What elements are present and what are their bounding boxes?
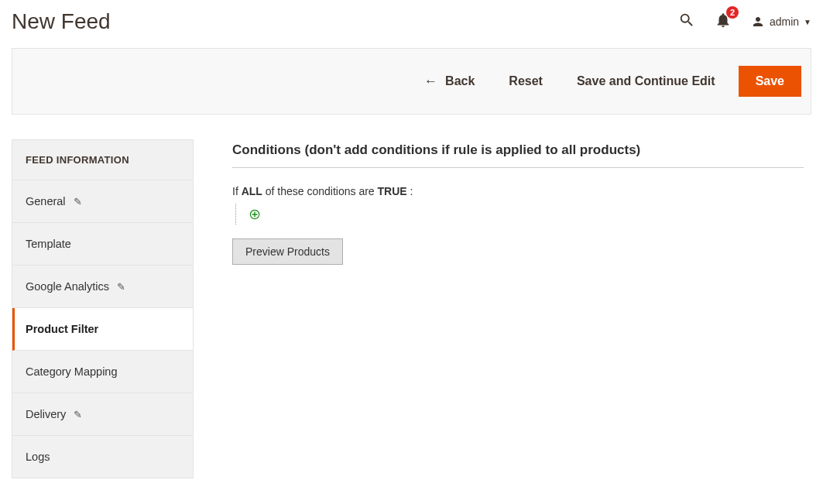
preview-products-button[interactable]: Preview Products	[232, 238, 343, 265]
caret-down-icon: ▼	[804, 18, 811, 26]
sidebar-item-label: Delivery	[26, 408, 66, 420]
back-label: Back	[445, 74, 475, 88]
sidebar-item-label: Google Analytics	[26, 280, 109, 293]
save-continue-button[interactable]: Save and Continue Edit	[560, 67, 732, 96]
save-button[interactable]: Save	[739, 66, 801, 97]
notification-badge: 2	[726, 6, 739, 19]
search-icon[interactable]	[678, 12, 695, 32]
arrow-left-icon: ←	[424, 74, 437, 89]
admin-user-menu[interactable]: admin ▼	[751, 15, 811, 29]
sidebar-item-label: Product Filter	[26, 323, 98, 335]
sidebar-item-category-mapping[interactable]: Category Mapping	[12, 351, 193, 393]
sidebar: FEED INFORMATION General✎TemplateGoogle …	[12, 139, 194, 478]
section-title: Conditions (don't add conditions if rule…	[232, 142, 804, 168]
sidebar-item-delivery[interactable]: Delivery✎	[12, 393, 193, 436]
sidebar-item-product-filter[interactable]: Product Filter	[12, 308, 193, 351]
pencil-icon: ✎	[74, 409, 82, 420]
condition-aggregator[interactable]: ALL	[242, 185, 262, 197]
sidebar-item-template[interactable]: Template	[12, 223, 193, 266]
condition-statement: If ALL of these conditions are TRUE :	[232, 185, 804, 204]
sidebar-item-label: Template	[26, 238, 71, 250]
pencil-icon: ✎	[74, 196, 82, 207]
admin-user-label: admin	[770, 15, 799, 28]
condition-tree	[235, 204, 804, 225]
condition-value[interactable]: TRUE	[378, 185, 407, 197]
sidebar-item-general[interactable]: General✎	[12, 180, 193, 223]
add-condition-icon[interactable]	[249, 208, 261, 221]
actions-bar: ← Back Reset Save and Continue Edit Save	[12, 48, 811, 115]
reset-button[interactable]: Reset	[492, 67, 560, 96]
sidebar-item-label: General	[26, 195, 66, 207]
pencil-icon: ✎	[117, 281, 125, 293]
main-content: Conditions (don't add conditions if rule…	[232, 139, 804, 265]
back-button[interactable]: ← Back	[407, 66, 492, 97]
sidebar-item-label: Logs	[26, 451, 50, 463]
notifications-icon[interactable]: 2	[715, 12, 732, 32]
page-title: New Feed	[12, 9, 111, 34]
sidebar-item-label: Category Mapping	[26, 365, 118, 378]
sidebar-heading: FEED INFORMATION	[12, 140, 193, 180]
sidebar-item-google-analytics[interactable]: Google Analytics✎	[12, 266, 193, 308]
sidebar-item-logs[interactable]: Logs	[12, 436, 193, 478]
